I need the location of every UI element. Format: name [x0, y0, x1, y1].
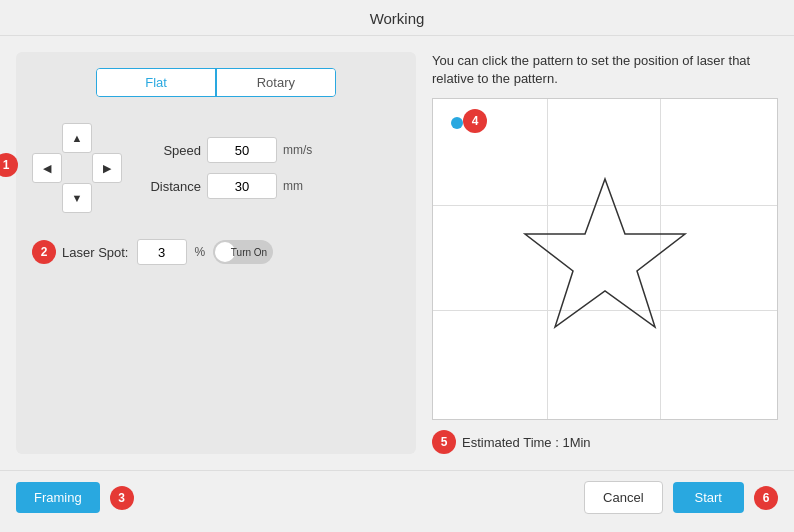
- badge-2: 2: [32, 240, 56, 264]
- arrow-left-button[interactable]: ◀: [32, 153, 62, 183]
- left-buttons: Framing 3: [16, 482, 134, 513]
- star-pattern: [505, 159, 705, 359]
- laser-spot-input[interactable]: [137, 239, 187, 265]
- main-content: Flat Rotary 1 ▲ ◀ ▶ ▼ Speed mm/s: [0, 36, 794, 470]
- tab-flat[interactable]: Flat: [97, 69, 215, 96]
- title-bar: Working: [0, 0, 794, 36]
- laser-percent: %: [195, 245, 206, 259]
- distance-unit: mm: [283, 179, 303, 193]
- bottom-bar: Framing 3 Cancel Start 6: [0, 470, 794, 524]
- speed-distance-group: Speed mm/s Distance mm: [146, 137, 312, 199]
- arrow-right-button[interactable]: ▶: [92, 153, 122, 183]
- badge-3: 3: [110, 486, 134, 510]
- speed-row: Speed mm/s: [146, 137, 312, 163]
- tab-group: Flat Rotary: [96, 68, 336, 97]
- arrow-up-button[interactable]: ▲: [62, 123, 92, 153]
- badge-1: 1: [0, 153, 18, 177]
- arrow-pad: ▲ ◀ ▶ ▼: [32, 123, 122, 213]
- badge-5: 5: [432, 430, 456, 454]
- speed-unit: mm/s: [283, 143, 312, 157]
- right-panel: You can click the pattern to set the pos…: [432, 52, 778, 454]
- estimated-time-label: Estimated Time : 1Min: [462, 435, 591, 450]
- laser-row: 2 Laser Spot: % Turn On: [32, 239, 400, 265]
- controls-area: 1 ▲ ◀ ▶ ▼ Speed mm/s Distance mm: [32, 113, 400, 223]
- tab-rotary[interactable]: Rotary: [217, 69, 335, 96]
- distance-input[interactable]: [207, 173, 277, 199]
- speed-label: Speed: [146, 143, 201, 158]
- distance-row: Distance mm: [146, 173, 312, 199]
- toggle-label: Turn On: [231, 247, 267, 258]
- arrow-down-button[interactable]: ▼: [62, 183, 92, 213]
- svg-marker-0: [525, 179, 685, 327]
- badge-6: 6: [754, 486, 778, 510]
- right-buttons: Cancel Start 6: [584, 481, 778, 514]
- page-title: Working: [370, 10, 425, 27]
- arrow-pad-container: 1 ▲ ◀ ▶ ▼: [32, 123, 122, 213]
- laser-toggle[interactable]: Turn On: [213, 240, 273, 264]
- laser-label: Laser Spot:: [62, 245, 129, 260]
- framing-button[interactable]: Framing: [16, 482, 100, 513]
- hint-text: You can click the pattern to set the pos…: [432, 52, 778, 88]
- pattern-canvas[interactable]: 4: [432, 98, 778, 420]
- estimated-time-row: 5 Estimated Time : 1Min: [432, 430, 778, 454]
- speed-input[interactable]: [207, 137, 277, 163]
- left-panel: Flat Rotary 1 ▲ ◀ ▶ ▼ Speed mm/s: [16, 52, 416, 454]
- start-button[interactable]: Start: [673, 482, 744, 513]
- distance-label: Distance: [146, 179, 201, 194]
- cancel-button[interactable]: Cancel: [584, 481, 662, 514]
